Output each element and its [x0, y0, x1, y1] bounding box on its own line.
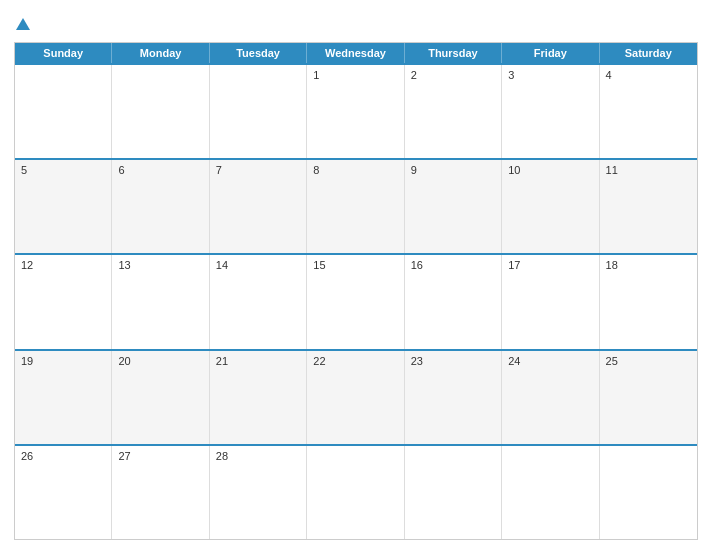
- day-number: 19: [21, 355, 33, 367]
- day-cell: 16: [405, 255, 502, 348]
- day-number: 23: [411, 355, 423, 367]
- header: [14, 10, 698, 36]
- day-cell: 22: [307, 351, 404, 444]
- day-header-wednesday: Wednesday: [307, 43, 404, 63]
- day-number: 28: [216, 450, 228, 462]
- day-cell: [502, 446, 599, 539]
- week-row-4: 19202122232425: [15, 349, 697, 444]
- day-number: 11: [606, 164, 618, 176]
- day-cell: 9: [405, 160, 502, 253]
- day-number: 5: [21, 164, 27, 176]
- day-cell: 4: [600, 65, 697, 158]
- day-number: 16: [411, 259, 423, 271]
- week-row-1: 1234: [15, 63, 697, 158]
- day-number: 25: [606, 355, 618, 367]
- day-number: 3: [508, 69, 514, 81]
- day-cell: 11: [600, 160, 697, 253]
- day-number: 14: [216, 259, 228, 271]
- day-header-thursday: Thursday: [405, 43, 502, 63]
- day-number: 8: [313, 164, 319, 176]
- day-number: 13: [118, 259, 130, 271]
- calendar-page: SundayMondayTuesdayWednesdayThursdayFrid…: [0, 0, 712, 550]
- day-cell: [112, 65, 209, 158]
- day-cell: 19: [15, 351, 112, 444]
- logo-general-line: [14, 14, 30, 32]
- day-number: 12: [21, 259, 33, 271]
- day-cell: 21: [210, 351, 307, 444]
- calendar-grid: SundayMondayTuesdayWednesdayThursdayFrid…: [14, 42, 698, 540]
- day-number: 27: [118, 450, 130, 462]
- day-cell: 13: [112, 255, 209, 348]
- day-cell: 23: [405, 351, 502, 444]
- day-cell: 20: [112, 351, 209, 444]
- day-cell: 5: [15, 160, 112, 253]
- day-cell: 12: [15, 255, 112, 348]
- day-number: 22: [313, 355, 325, 367]
- day-number: 6: [118, 164, 124, 176]
- day-cell: [15, 65, 112, 158]
- day-number: 2: [411, 69, 417, 81]
- day-number: 1: [313, 69, 319, 81]
- day-number: 4: [606, 69, 612, 81]
- day-number: 21: [216, 355, 228, 367]
- day-cell: [210, 65, 307, 158]
- logo-triangle-icon: [16, 18, 30, 30]
- day-number: 17: [508, 259, 520, 271]
- week-row-5: 262728: [15, 444, 697, 539]
- day-cell: 15: [307, 255, 404, 348]
- day-number: 9: [411, 164, 417, 176]
- day-header-tuesday: Tuesday: [210, 43, 307, 63]
- day-cell: [405, 446, 502, 539]
- day-cell: 7: [210, 160, 307, 253]
- day-cell: [307, 446, 404, 539]
- day-number: 10: [508, 164, 520, 176]
- day-cell: 6: [112, 160, 209, 253]
- day-cell: 1: [307, 65, 404, 158]
- day-cell: 25: [600, 351, 697, 444]
- week-row-2: 567891011: [15, 158, 697, 253]
- day-cell: 3: [502, 65, 599, 158]
- week-row-3: 12131415161718: [15, 253, 697, 348]
- day-number: 24: [508, 355, 520, 367]
- day-cell: 14: [210, 255, 307, 348]
- day-header-sunday: Sunday: [15, 43, 112, 63]
- day-number: 26: [21, 450, 33, 462]
- day-cell: [600, 446, 697, 539]
- day-number: 7: [216, 164, 222, 176]
- day-number: 15: [313, 259, 325, 271]
- day-cell: 28: [210, 446, 307, 539]
- day-number: 18: [606, 259, 618, 271]
- day-headers-row: SundayMondayTuesdayWednesdayThursdayFrid…: [15, 43, 697, 63]
- day-header-monday: Monday: [112, 43, 209, 63]
- day-cell: 2: [405, 65, 502, 158]
- day-cell: 18: [600, 255, 697, 348]
- day-header-saturday: Saturday: [600, 43, 697, 63]
- weeks-container: 1234567891011121314151617181920212223242…: [15, 63, 697, 539]
- day-cell: 10: [502, 160, 599, 253]
- day-cell: 24: [502, 351, 599, 444]
- day-header-friday: Friday: [502, 43, 599, 63]
- day-cell: 8: [307, 160, 404, 253]
- day-cell: 26: [15, 446, 112, 539]
- logo-area: [14, 14, 30, 32]
- day-number: 20: [118, 355, 130, 367]
- day-cell: 17: [502, 255, 599, 348]
- day-cell: 27: [112, 446, 209, 539]
